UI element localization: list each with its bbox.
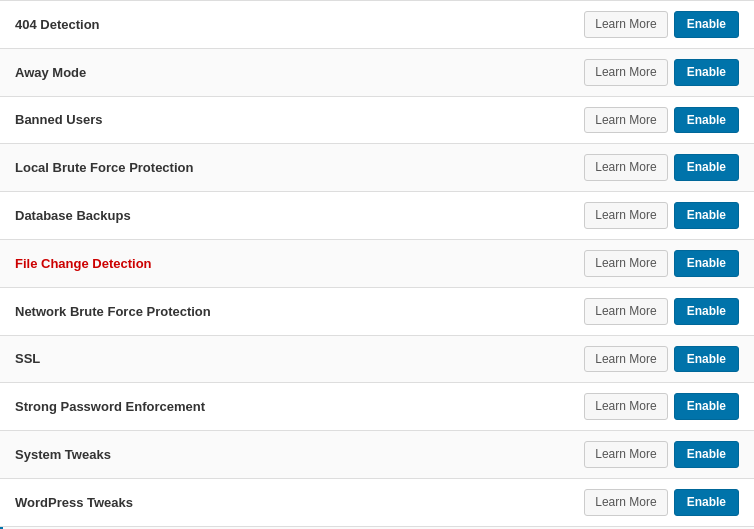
enable-button-banned-users[interactable]: Enable <box>674 107 739 134</box>
learn-more-button-ssl[interactable]: Learn More <box>584 346 667 373</box>
feature-row: Banned UsersLearn MoreEnable <box>0 97 754 145</box>
feature-row: File Change DetectionLearn MoreEnable <box>0 240 754 288</box>
feature-row: WordPress TweaksLearn MoreEnable <box>0 479 754 527</box>
learn-more-button-system-tweaks[interactable]: Learn More <box>584 441 667 468</box>
feature-name-local-brute-force: Local Brute Force Protection <box>15 160 584 175</box>
feature-actions-strong-password: Learn MoreEnable <box>584 393 739 420</box>
feature-actions-system-tweaks: Learn MoreEnable <box>584 441 739 468</box>
feature-row: Database BackupsLearn MoreEnable <box>0 192 754 240</box>
learn-more-button-network-brute-force[interactable]: Learn More <box>584 298 667 325</box>
feature-actions-wordpress-tweaks: Learn MoreEnable <box>584 489 739 516</box>
enable-button-wordpress-tweaks[interactable]: Enable <box>674 489 739 516</box>
feature-name-wordpress-tweaks: WordPress Tweaks <box>15 495 584 510</box>
feature-name-database-backups: Database Backups <box>15 208 584 223</box>
feature-list: 404 DetectionLearn MoreEnableAway ModeLe… <box>0 0 754 529</box>
feature-name-banned-users: Banned Users <box>15 112 584 127</box>
enable-button-database-backups[interactable]: Enable <box>674 202 739 229</box>
feature-actions-local-brute-force: Learn MoreEnable <box>584 154 739 181</box>
feature-actions-database-backups: Learn MoreEnable <box>584 202 739 229</box>
feature-actions-404-detection: Learn MoreEnable <box>584 11 739 38</box>
enable-button-local-brute-force[interactable]: Enable <box>674 154 739 181</box>
feature-actions-banned-users: Learn MoreEnable <box>584 107 739 134</box>
enable-button-strong-password[interactable]: Enable <box>674 393 739 420</box>
feature-actions-ssl: Learn MoreEnable <box>584 346 739 373</box>
learn-more-button-strong-password[interactable]: Learn More <box>584 393 667 420</box>
learn-more-button-database-backups[interactable]: Learn More <box>584 202 667 229</box>
learn-more-button-wordpress-tweaks[interactable]: Learn More <box>584 489 667 516</box>
feature-name-ssl: SSL <box>15 351 584 366</box>
feature-row: Away ModeLearn MoreEnable <box>0 49 754 97</box>
enable-button-file-change-detection[interactable]: Enable <box>674 250 739 277</box>
feature-row: Strong Password EnforcementLearn MoreEna… <box>0 383 754 431</box>
feature-name-strong-password: Strong Password Enforcement <box>15 399 584 414</box>
feature-name-404-detection: 404 Detection <box>15 17 584 32</box>
learn-more-button-away-mode[interactable]: Learn More <box>584 59 667 86</box>
feature-row: SSLLearn MoreEnable <box>0 336 754 384</box>
feature-actions-network-brute-force: Learn MoreEnable <box>584 298 739 325</box>
learn-more-button-banned-users[interactable]: Learn More <box>584 107 667 134</box>
enable-button-404-detection[interactable]: Enable <box>674 11 739 38</box>
feature-row: System TweaksLearn MoreEnable <box>0 431 754 479</box>
enable-button-system-tweaks[interactable]: Enable <box>674 441 739 468</box>
enable-button-ssl[interactable]: Enable <box>674 346 739 373</box>
learn-more-button-404-detection[interactable]: Learn More <box>584 11 667 38</box>
feature-actions-file-change-detection: Learn MoreEnable <box>584 250 739 277</box>
learn-more-button-file-change-detection[interactable]: Learn More <box>584 250 667 277</box>
feature-row: Local Brute Force ProtectionLearn MoreEn… <box>0 144 754 192</box>
learn-more-button-local-brute-force[interactable]: Learn More <box>584 154 667 181</box>
enable-button-network-brute-force[interactable]: Enable <box>674 298 739 325</box>
feature-name-file-change-detection: File Change Detection <box>15 256 584 271</box>
feature-actions-away-mode: Learn MoreEnable <box>584 59 739 86</box>
feature-name-network-brute-force: Network Brute Force Protection <box>15 304 584 319</box>
feature-row: 404 DetectionLearn MoreEnable <box>0 1 754 49</box>
feature-row: Network Brute Force ProtectionLearn More… <box>0 288 754 336</box>
enable-button-away-mode[interactable]: Enable <box>674 59 739 86</box>
feature-name-system-tweaks: System Tweaks <box>15 447 584 462</box>
feature-name-away-mode: Away Mode <box>15 65 584 80</box>
